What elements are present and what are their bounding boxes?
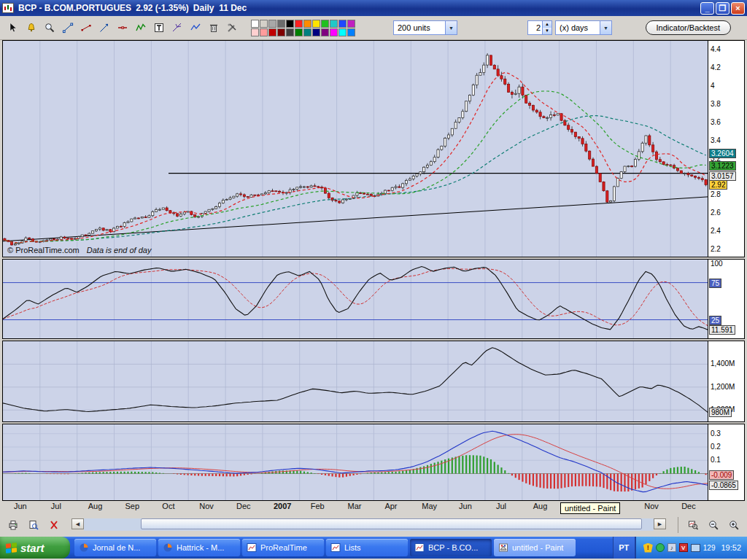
color-swatch[interactable] — [260, 20, 268, 28]
color-swatch[interactable] — [347, 28, 355, 36]
color-swatch[interactable] — [321, 28, 329, 36]
axis-tick-label: 2.2 — [711, 245, 721, 253]
chevron-down-icon[interactable]: ▼ — [445, 21, 457, 34]
print-preview-button[interactable] — [25, 516, 42, 534]
zoom-area-button[interactable] — [684, 516, 702, 534]
color-swatch[interactable] — [295, 20, 303, 28]
start-button[interactable]: start — [0, 537, 70, 559]
axis-value-box: 980M — [709, 408, 732, 417]
time-axis-label: Nov — [199, 502, 214, 510]
color-swatch[interactable] — [303, 28, 311, 36]
color-swatch[interactable] — [277, 28, 285, 36]
close-button[interactable]: × — [731, 2, 745, 15]
stochastic-axis: 100752511.591 — [708, 260, 744, 338]
trash-tool-icon[interactable] — [205, 19, 222, 36]
indicator-tool-icon[interactable] — [132, 19, 150, 36]
axis-tick-label: 1,200M — [711, 383, 735, 391]
scroll-left-button[interactable]: ◀ — [71, 518, 84, 529]
time-axis-label: Nov — [644, 502, 659, 510]
volume-chart[interactable] — [3, 341, 708, 421]
spin-down-icon[interactable]: ▼ — [543, 28, 551, 34]
color-swatch[interactable] — [268, 20, 276, 28]
color-swatch[interactable] — [330, 20, 338, 28]
taskbar-window-button[interactable]: Lists — [326, 539, 408, 556]
zoom-tool-icon[interactable] — [41, 19, 58, 36]
horizontal-line-tool-icon[interactable] — [114, 19, 131, 36]
macd-axis: 0.30.20.1-0.009-0.0865 — [708, 424, 744, 500]
period-stepper[interactable]: 2 ▲▼ — [527, 20, 552, 35]
zoom-in-button[interactable] — [725, 516, 743, 534]
color-swatch[interactable] — [251, 20, 259, 28]
period-unit-dropdown[interactable]: (x) days ▼ — [555, 20, 612, 35]
color-swatch[interactable] — [277, 20, 285, 28]
zoom-out-button[interactable] — [705, 516, 722, 534]
price-pane[interactable]: 4.44.243.83.63.43.232.82.62.42.23.26043.… — [2, 40, 745, 257]
axis-value-box: 3.1223 — [709, 161, 736, 171]
app-icon — [2, 3, 14, 13]
zigzag-tool-icon[interactable] — [187, 19, 204, 36]
trendline-tool-icon[interactable] — [59, 19, 77, 36]
language-indicator[interactable]: PT — [613, 537, 635, 559]
pitchfork-tool-icon[interactable] — [169, 19, 186, 36]
taskbar-window-button[interactable]: ProRealTime — [242, 539, 324, 556]
price-candlestick-chart[interactable] — [3, 41, 708, 257]
taskbar-window-label: Hattrick - M... — [177, 543, 224, 552]
scroll-right-button[interactable]: ▶ — [654, 518, 666, 529]
color-palette — [251, 20, 355, 36]
color-swatch[interactable] — [268, 28, 276, 36]
chevron-down-icon[interactable]: ▼ — [600, 21, 611, 34]
spin-up-icon[interactable]: ▲ — [543, 21, 551, 28]
taskbar-window-button[interactable]: untitled - Paint — [494, 539, 576, 556]
color-swatch[interactable] — [347, 20, 355, 28]
color-swatch[interactable] — [303, 20, 311, 28]
alarm-tool-icon[interactable] — [23, 19, 40, 36]
taskbar-window-button[interactable]: Jornal de N... — [74, 539, 156, 556]
window-title-symbol: BCP - B.COM.PORTUGUES — [18, 3, 131, 13]
volume-icon[interactable]: ♪ — [667, 543, 676, 552]
antivirus-icon[interactable]: V — [679, 543, 688, 552]
color-swatch[interactable] — [286, 28, 294, 36]
color-swatch[interactable] — [295, 28, 303, 36]
units-dropdown[interactable]: 200 units ▼ — [393, 20, 457, 35]
axis-tick-label: 4.2 — [711, 63, 721, 71]
system-tray: !♪V 129 19:52 — [635, 537, 747, 559]
taskbar-window-button[interactable]: BCP - B.CO... — [410, 539, 492, 556]
chart-horizontal-scrollbar[interactable]: ◀ ▶ — [71, 518, 666, 531]
stochastic-pane[interactable]: 100752511.591 — [2, 259, 745, 339]
stochastic-chart[interactable] — [3, 260, 708, 338]
color-swatch[interactable] — [338, 28, 347, 36]
macd-chart[interactable] — [3, 424, 708, 500]
pointer-tool-icon[interactable] — [4, 19, 22, 36]
color-swatch[interactable] — [260, 28, 268, 36]
macd-pane[interactable]: 0.30.20.1-0.009-0.0865 — [2, 424, 745, 501]
axis-value-box: 11.591 — [709, 325, 735, 335]
color-swatch[interactable] — [321, 20, 329, 28]
volume-pane[interactable]: 1,400M1,200M1,000M980M — [2, 341, 745, 422]
color-swatch[interactable] — [330, 28, 338, 36]
color-swatch[interactable] — [312, 28, 320, 36]
indicator-backtest-button[interactable]: Indicator/Backtest — [646, 20, 731, 35]
time-axis-label: Jun — [459, 502, 472, 510]
scrollbar-track[interactable] — [84, 518, 654, 531]
text-tool-icon[interactable] — [150, 19, 168, 36]
minimize-button[interactable]: _ — [700, 2, 714, 15]
tools-tool-icon[interactable] — [223, 19, 241, 36]
axis-tick-label: 4 — [711, 82, 715, 90]
delete-drawing-button[interactable] — [45, 516, 63, 534]
network-icon[interactable] — [691, 544, 700, 552]
scrollbar-thumb[interactable] — [141, 518, 642, 529]
taskbar-window-button[interactable]: Hattrick - M... — [158, 539, 240, 556]
security-shield-icon[interactable]: ! — [643, 543, 653, 553]
firefox-icon — [162, 542, 174, 553]
ray-tool-icon[interactable] — [96, 19, 113, 36]
color-swatch[interactable] — [338, 20, 347, 28]
color-swatch[interactable] — [251, 28, 259, 36]
restore-button[interactable]: ❐ — [716, 2, 729, 15]
messenger-icon[interactable] — [656, 543, 665, 552]
color-swatch[interactable] — [286, 20, 294, 28]
axis-tick-label: 3.8 — [711, 100, 721, 108]
data-note: Data is end of day — [87, 246, 152, 254]
color-swatch[interactable] — [312, 20, 320, 28]
segment-tool-icon[interactable] — [77, 19, 95, 36]
print-button[interactable] — [4, 516, 22, 534]
